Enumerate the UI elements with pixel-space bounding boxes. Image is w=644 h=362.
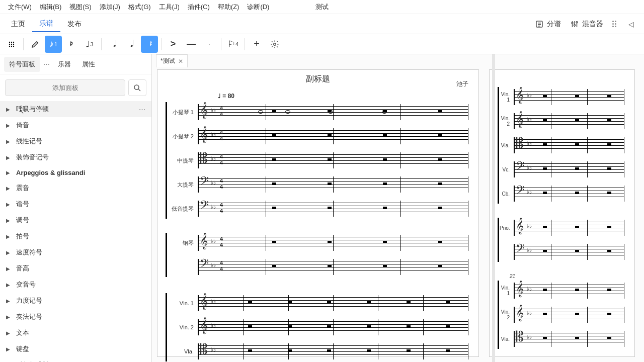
staff-lines[interactable]: 𝄞♭♭ [514, 220, 624, 236]
score-canvas[interactable]: *测试 ✕ 副标题 池子 ♩ = 80 小提琴 1𝄞♭♭44小提琴 2𝄞♭♭44… [152, 54, 644, 362]
palette-item[interactable]: ▶力度记号 [0, 293, 151, 309]
staff-row[interactable]: Vln. 1𝄞♭♭ [168, 291, 468, 315]
tab-score[interactable]: 乐谱 [32, 16, 60, 32]
palette-item[interactable]: ▶反复与跳跃 [0, 357, 151, 362]
more-dots-icon[interactable]: ⋯ [139, 106, 145, 113]
staff-lines[interactable]: 𝄞♭♭44 [198, 128, 468, 144]
staff-lines[interactable]: 𝄢♭♭ [514, 244, 624, 260]
staff-row[interactable]: Cb.𝄢♭♭ [500, 182, 624, 206]
staff-row[interactable]: 𝄢♭♭ [500, 240, 624, 264]
sidebar-tab-palettes[interactable]: 符号面板 [4, 57, 40, 72]
staff-row[interactable]: 小提琴 2𝄞♭♭44 [168, 124, 468, 148]
menu-plugins[interactable]: 插件(C) [184, 1, 214, 14]
half-note-icon[interactable]: 𝅗𝅥 [105, 36, 122, 53]
chevron-left-icon[interactable]: ◁ [628, 20, 634, 28]
staff-lines[interactable]: 𝄞♭♭ [198, 295, 468, 311]
score-composer[interactable]: 池子 [456, 80, 468, 88]
menu-tools[interactable]: 工具(J) [155, 1, 184, 14]
staff-row[interactable]: Vla.𝄡♭♭ [168, 339, 468, 362]
palette-item[interactable]: ▶速度符号 [0, 244, 151, 260]
palette-item[interactable]: ▶调号 [0, 212, 151, 228]
mixer-button[interactable]: 混音器 [570, 20, 603, 29]
palette-item[interactable]: ▶装饰音记号 [0, 149, 151, 165]
staff-row[interactable]: 低音提琴𝄢♭♭44 [168, 197, 468, 221]
staff-row[interactable]: 大提琴𝄢♭♭44 [168, 172, 468, 197]
menu-help[interactable]: 帮助(Z) [214, 1, 244, 14]
gear-settings-icon[interactable] [266, 36, 283, 53]
staff-row[interactable]: 小提琴 1𝄞♭♭44 [168, 100, 468, 124]
tab-publish[interactable]: 发布 [60, 17, 89, 32]
tenuto-icon[interactable]: — [183, 36, 200, 53]
document-tab[interactable]: *测试 ✕ [156, 54, 188, 67]
palette-item[interactable]: ▶拍号 [0, 228, 151, 244]
dotted-half-icon[interactable]: 𝅗𝅥. [123, 36, 140, 53]
staff-lines[interactable]: 𝄞♭♭ [198, 319, 468, 335]
staff-row[interactable]: Vln. 2𝄞♭♭ [500, 303, 624, 327]
menu-add[interactable]: 添加(J) [96, 1, 124, 14]
parts-button[interactable]: 分谱 [535, 20, 561, 29]
staff-row[interactable]: Vln. 2𝄞♭♭ [500, 109, 624, 133]
more-dots-icon[interactable]: ⋯ [41, 60, 52, 68]
staff-row[interactable]: 𝄢♭♭44 [168, 255, 468, 279]
palette-item[interactable]: ▶键盘 [0, 341, 151, 357]
score-page-1[interactable]: 副标题 池子 ♩ = 80 小提琴 1𝄞♭♭44小提琴 2𝄞♭♭44中提琴𝄡♭♭… [157, 69, 479, 357]
tempo-marking[interactable]: ♩ = 80 [218, 93, 234, 100]
staff-row[interactable]: Vln. 2𝄞♭♭ [168, 315, 468, 339]
staff-lines[interactable]: 𝄞♭♭ [514, 113, 624, 129]
staff-row[interactable]: 钢琴𝄞♭♭44 [168, 231, 468, 255]
palette-item[interactable]: ▶Arpeggios & glissandi [0, 165, 151, 180]
palette-item[interactable]: ▶倚音 [0, 117, 151, 133]
palette-item[interactable]: ▶音高 [0, 260, 151, 277]
staff-lines[interactable]: 𝄞♭♭44 [198, 104, 468, 120]
staff-row[interactable]: Vc.𝄢♭♭ [500, 157, 624, 182]
menu-diagnostics[interactable]: 诊断(D) [243, 1, 273, 14]
staff-row[interactable]: 中提琴𝄡♭♭44 [168, 148, 468, 172]
palette-item[interactable]: ▶呼吸与停顿⋯ [0, 101, 151, 117]
palette-item[interactable]: ▶文本 [0, 325, 151, 341]
staff-lines[interactable]: 𝄢♭♭ [514, 161, 624, 177]
accent-icon[interactable]: > [165, 36, 182, 53]
staff-lines[interactable]: 𝄡♭♭ [514, 137, 624, 153]
palette-item[interactable]: ▶变音号 [0, 277, 151, 293]
sidebar-tab-instruments[interactable]: 乐器 [53, 57, 76, 72]
dock-grip-icon[interactable] [612, 21, 616, 27]
menu-format[interactable]: 格式(G) [124, 1, 155, 14]
note-duration-1[interactable]: ♪1 [45, 36, 62, 53]
staff-row[interactable]: Vla.𝄡♭♭ [500, 327, 624, 351]
menu-view[interactable]: 视图(S) [65, 1, 95, 14]
rest-icon[interactable]: 𝄽 [141, 36, 158, 53]
staff-row[interactable]: Vla.𝄡♭♭ [500, 133, 624, 157]
sidebar-tab-properties[interactable]: 属性 [77, 57, 100, 72]
staff-lines[interactable]: 𝄞♭♭44 [198, 235, 468, 251]
voice-4-button[interactable]: ⚐4 [224, 36, 242, 53]
score-page-2[interactable]: Vln. 1𝄞♭♭Vln. 2𝄞♭♭Vla.𝄡♭♭Vc.𝄢♭♭Cb.𝄢♭♭ Pn… [489, 69, 635, 357]
staff-lines[interactable]: 𝄢♭♭44 [198, 201, 468, 217]
staff-lines[interactable]: 𝄢♭♭ [514, 186, 624, 202]
close-document-icon[interactable]: ✕ [178, 58, 183, 65]
staccato-icon[interactable]: · [201, 36, 218, 53]
palette-search-input[interactable] [5, 79, 125, 96]
palette-item[interactable]: ▶震音 [0, 180, 151, 196]
grip-handle-icon[interactable] [3, 36, 20, 53]
staff-row[interactable]: Pno.𝄞♭♭ [500, 216, 624, 240]
staff-lines[interactable]: 𝄡♭♭ [514, 331, 624, 347]
staff-lines[interactable]: 𝄢♭♭44 [198, 259, 468, 275]
staff-lines[interactable]: 𝄞♭♭ [514, 89, 624, 105]
score-subtitle[interactable]: 副标题 [157, 74, 478, 84]
note-duration-2[interactable]: 𝄽2 [63, 36, 80, 53]
staff-row[interactable]: Vln. 1𝄞♭♭ [500, 85, 624, 109]
staff-lines[interactable]: 𝄞♭♭ [514, 283, 624, 299]
add-button[interactable]: + [248, 36, 265, 53]
staff-lines[interactable]: 𝄡♭♭ [198, 343, 468, 359]
pencil-note-input-icon[interactable] [27, 36, 44, 53]
palette-item[interactable]: ▶线性记号 [0, 133, 151, 149]
staff-lines[interactable]: 𝄡♭♭44 [198, 152, 468, 168]
staff-lines[interactable]: 𝄞♭♭ [514, 307, 624, 323]
menu-file[interactable]: 文件(W) [4, 1, 36, 14]
note-duration-3[interactable]: ♩3 [81, 36, 98, 53]
staff-row[interactable]: Vln. 1𝄞♭♭ [500, 279, 624, 303]
staff-lines[interactable]: 𝄢♭♭44 [198, 176, 468, 193]
menu-edit[interactable]: 编辑(B) [36, 1, 65, 14]
palette-item[interactable]: ▶谱号 [0, 196, 151, 212]
palette-item[interactable]: ▶奏法记号 [0, 309, 151, 325]
